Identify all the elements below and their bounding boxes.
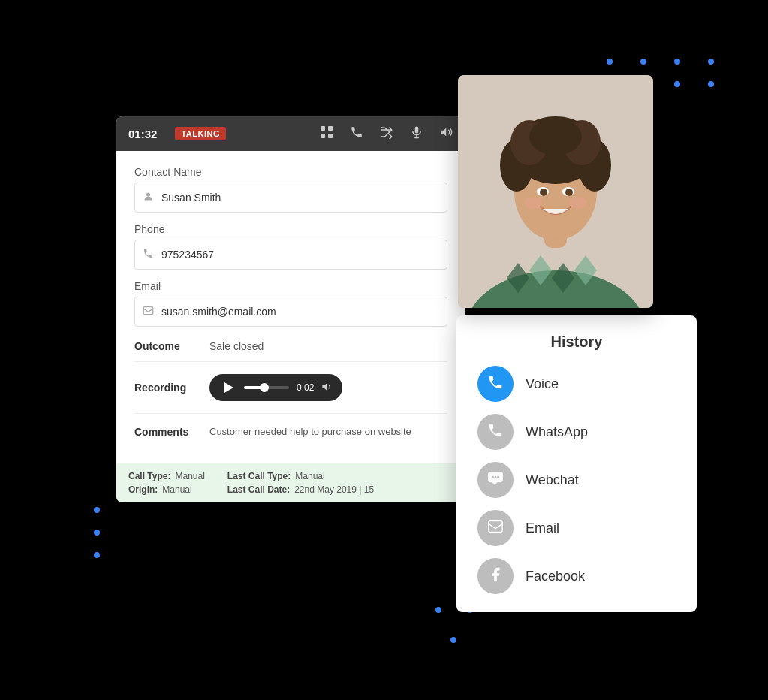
webchat-icon <box>487 470 504 490</box>
footer-col-right: Last Call Type: Manual Last Call Date: 2… <box>227 471 374 495</box>
email-field[interactable]: susan.smith@email.com <box>134 297 447 327</box>
decorative-dot <box>708 59 714 65</box>
svg-rect-36 <box>489 520 502 532</box>
last-call-date-val: 22nd May 2019 | 15 <box>294 484 374 495</box>
person-icon <box>143 191 154 204</box>
svg-marker-7 <box>441 128 447 136</box>
decorative-dot <box>674 59 680 65</box>
svg-point-35 <box>497 475 499 478</box>
phone-icon[interactable] <box>350 125 363 143</box>
last-call-date-key: Last Call Date: <box>227 484 290 495</box>
svg-point-29 <box>524 197 542 209</box>
whatsapp-icon-wrap <box>477 414 514 450</box>
history-item-email[interactable]: Email <box>477 510 676 546</box>
play-triangle-icon <box>224 382 233 393</box>
contact-photo <box>458 75 653 308</box>
history-panel: History Voice WhatsApp <box>456 315 697 612</box>
phone-field[interactable]: 975234567 <box>134 240 447 270</box>
last-call-date-item: Last Call Date: 22nd May 2019 | 15 <box>227 484 374 495</box>
email-value: susan.smith@email.com <box>161 306 439 318</box>
comments-value: Customer needed help to purchase on webs… <box>209 426 411 437</box>
svg-point-8 <box>146 193 150 197</box>
svg-rect-3 <box>328 134 333 138</box>
audio-time: 0:02 <box>297 382 314 393</box>
last-call-type-key: Last Call Type: <box>227 471 291 481</box>
whatsapp-label: WhatsApp <box>526 424 588 440</box>
outcome-label: Outcome <box>134 340 209 352</box>
volume-icon[interactable] <box>440 125 453 143</box>
contact-photo-card <box>458 75 653 308</box>
svg-rect-9 <box>143 307 153 315</box>
decorative-dot <box>450 637 456 643</box>
audio-player[interactable]: 0:02 <box>209 374 342 401</box>
svg-point-24 <box>529 118 582 155</box>
call-type-key: Call Type: <box>128 471 170 481</box>
webchat-icon-wrap <box>477 462 514 498</box>
footer-col-left: Call Type: Manual Origin: Manual <box>128 471 205 495</box>
recording-label: Recording <box>134 382 209 394</box>
call-type-val: Manual <box>175 471 204 481</box>
email-icon <box>487 518 504 539</box>
email-history-label: Email <box>526 520 559 536</box>
decorative-dot <box>94 552 100 558</box>
contact-name-field[interactable]: Susan Smith <box>134 183 447 213</box>
decorative-dot <box>435 607 441 613</box>
svg-marker-10 <box>323 383 327 390</box>
footer-row: Call Type: Manual Origin: Manual Last Ca… <box>116 463 465 502</box>
phone-field-icon <box>143 248 154 261</box>
decorative-dot <box>94 530 100 536</box>
facebook-icon <box>487 566 504 587</box>
svg-point-34 <box>495 475 497 478</box>
talking-badge: talking <box>175 127 226 140</box>
phone-value: 975234567 <box>161 249 439 261</box>
svg-rect-4 <box>415 126 419 133</box>
crm-panel: 01:32 talking <box>116 116 465 502</box>
whatsapp-icon <box>487 422 504 442</box>
audio-progress-thumb <box>260 383 269 392</box>
svg-point-27 <box>540 189 547 196</box>
svg-rect-0 <box>321 126 325 131</box>
voice-icon <box>487 374 504 394</box>
outcome-row: Outcome Sale closed <box>134 340 447 362</box>
last-call-type-val: Manual <box>295 471 324 481</box>
voice-icon-wrap <box>477 366 514 402</box>
recording-row: Recording 0:02 <box>134 374 447 414</box>
audio-progress-bar[interactable] <box>244 386 289 389</box>
mic-icon[interactable] <box>410 125 423 143</box>
call-type-item: Call Type: Manual <box>128 471 205 481</box>
email-icon-wrap <box>477 510 514 546</box>
svg-point-33 <box>492 475 494 478</box>
decorative-dot <box>94 507 100 513</box>
contact-form: Contact Name Susan Smith Phone 975234567… <box>116 151 465 463</box>
facebook-icon-wrap <box>477 558 514 594</box>
origin-item: Origin: Manual <box>128 484 205 495</box>
outcome-value: Sale closed <box>209 340 264 352</box>
voice-label: Voice <box>526 376 559 392</box>
play-button[interactable] <box>218 379 236 397</box>
grid-icon[interactable] <box>320 125 333 143</box>
svg-rect-2 <box>321 134 325 138</box>
call-timer: 01:32 <box>128 128 157 140</box>
decorative-dot <box>708 81 714 87</box>
shuffle-icon[interactable] <box>380 125 393 143</box>
origin-val: Manual <box>162 484 191 495</box>
history-title: History <box>477 333 676 351</box>
phone-label: Phone <box>134 223 447 235</box>
history-item-facebook[interactable]: Facebook <box>477 558 676 594</box>
history-item-whatsapp[interactable]: WhatsApp <box>477 414 676 450</box>
webchat-label: Webchat <box>526 472 579 488</box>
history-item-voice[interactable]: Voice <box>477 366 676 402</box>
origin-key: Origin: <box>128 484 158 495</box>
email-label: Email <box>134 280 447 292</box>
comments-label: Comments <box>134 426 209 438</box>
svg-point-28 <box>565 189 573 196</box>
decorative-dot <box>640 59 646 65</box>
email-field-icon <box>143 305 154 318</box>
contact-name-label: Contact Name <box>134 166 447 178</box>
svg-point-30 <box>569 197 587 209</box>
topbar-icons <box>320 125 453 143</box>
topbar: 01:32 talking <box>116 116 465 151</box>
audio-volume-icon[interactable] <box>321 381 333 395</box>
last-call-type-item: Last Call Type: Manual <box>227 471 374 481</box>
history-item-webchat[interactable]: Webchat <box>477 462 676 498</box>
